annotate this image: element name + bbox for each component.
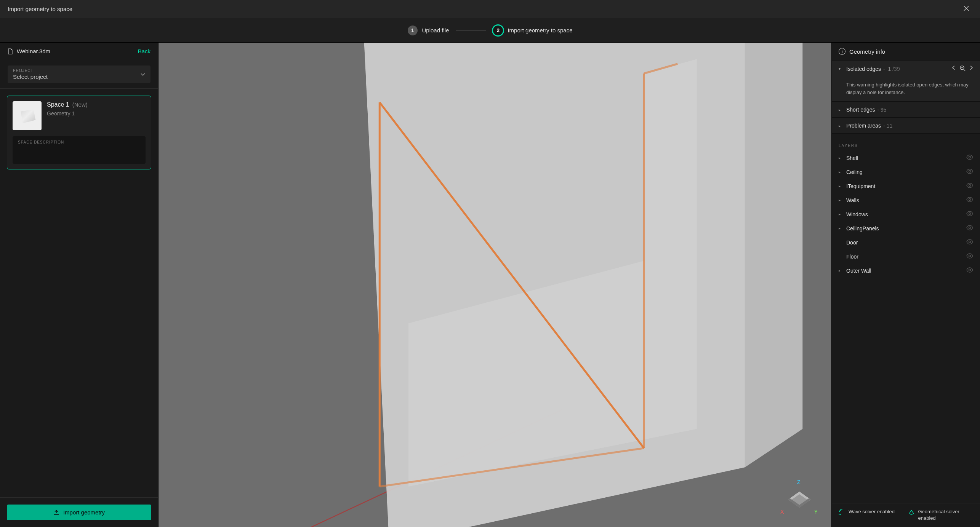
space-name: Space 1 [47, 101, 69, 108]
project-label: PROJECT [13, 69, 48, 73]
visibility-toggle-icon[interactable] [966, 155, 973, 161]
layer-name: Outer Wall [846, 268, 871, 274]
step-import: 2 Import geometry to space [493, 26, 572, 35]
layer-name: Floor [846, 254, 858, 260]
upload-icon [53, 509, 59, 516]
layer-row[interactable]: ▸CeilingPanels [832, 221, 980, 235]
layer-name: Windows [846, 211, 868, 217]
right-panel: i Geometry info ▾Isolated edges - 1 /39T… [831, 43, 980, 527]
svg-point-20 [969, 255, 971, 257]
svg-point-19 [969, 241, 971, 243]
step-label-2: Import geometry to space [508, 27, 572, 34]
visibility-toggle-icon[interactable] [966, 197, 973, 203]
nav-prev-icon[interactable] [952, 65, 956, 72]
zoom-out-icon[interactable] [959, 65, 966, 72]
svg-point-16 [969, 199, 971, 201]
layer-name: Shelf [846, 155, 858, 161]
step-upload: 1 Upload file [408, 26, 449, 35]
project-select[interactable]: PROJECT Select project [8, 65, 151, 83]
geometry-icon [908, 509, 914, 517]
wave-icon [839, 509, 845, 517]
close-button[interactable] [960, 3, 972, 15]
layer-row[interactable]: ▸Outer Wall [832, 264, 980, 278]
warning-row-short[interactable]: ▸Short edges - 95 [832, 102, 980, 118]
space-subtitle: Geometry 1 [47, 110, 88, 117]
file-icon [8, 48, 13, 54]
layer-row[interactable]: ▸Ceiling [832, 165, 980, 179]
layer-row[interactable]: ▸ITequipment [832, 179, 980, 193]
visibility-toggle-icon[interactable] [966, 239, 973, 246]
wave-solver-status: Wave solver enabled [839, 509, 904, 522]
caret-icon: ▸ [839, 108, 844, 112]
caret-right-icon: ▸ [839, 226, 844, 230]
space-description-input[interactable]: SPACE DESCRIPTION [13, 136, 146, 164]
viewport-3d[interactable]: Z X Y [159, 43, 831, 527]
space-tag: (New) [72, 101, 88, 108]
caret-right-icon: ▸ [839, 198, 844, 202]
svg-point-17 [969, 213, 971, 215]
svg-marker-2 [745, 43, 802, 467]
close-icon [963, 5, 969, 11]
caret-icon: ▸ [839, 124, 844, 128]
import-geometry-button[interactable]: Import geometry [7, 505, 151, 520]
modal-header: Import geometry to space [0, 0, 980, 18]
layer-row[interactable]: ▸Floor [832, 249, 980, 264]
layer-row[interactable]: ▸Shelf [832, 151, 980, 165]
step-number-2: 2 [493, 26, 503, 35]
svg-point-15 [969, 185, 971, 187]
stepper: 1 Upload file 2 Import geometry to space [0, 18, 980, 43]
visibility-toggle-icon[interactable] [966, 267, 973, 274]
caret-right-icon: ▸ [839, 212, 844, 216]
visibility-toggle-icon[interactable] [966, 169, 973, 175]
space-card[interactable]: Space 1 (New) Geometry 1 SPACE DESCRIPTI… [7, 96, 151, 169]
modal-title: Import geometry to space [8, 6, 72, 12]
layer-row[interactable]: ▸Walls [832, 193, 980, 207]
space-thumbnail [13, 101, 42, 130]
filename: Webinar.3dm [8, 48, 50, 54]
layer-name: Walls [846, 197, 859, 203]
layer-name: Door [846, 240, 858, 246]
warning-row-iso[interactable]: ▾Isolated edges - 1 /39 [832, 60, 980, 77]
geometry-info-header: i Geometry info [832, 43, 980, 60]
visibility-toggle-icon[interactable] [966, 211, 973, 217]
back-link[interactable]: Back [138, 48, 151, 54]
svg-point-21 [969, 269, 971, 271]
warning-description: This warning highlights isolated open ed… [832, 77, 980, 102]
project-value: Select project [13, 73, 48, 80]
warning-row-prob[interactable]: ▸Problem areas - 11 [832, 118, 980, 134]
svg-point-13 [969, 157, 971, 158]
layer-name: Ceiling [846, 169, 863, 175]
geometrical-solver-status: Geometrical solver enabled [908, 509, 974, 522]
visibility-toggle-icon[interactable] [966, 253, 973, 260]
visibility-toggle-icon[interactable] [966, 183, 973, 189]
chevron-down-icon [141, 71, 145, 77]
layers-label: LAYERS [832, 137, 980, 151]
svg-point-14 [969, 171, 971, 172]
nav-next-icon[interactable] [969, 65, 973, 72]
step-number-1: 1 [408, 26, 418, 35]
step-label-1: Upload file [422, 27, 449, 34]
layer-row[interactable]: ▸Windows [832, 207, 980, 221]
layer-row[interactable]: ▸Door [832, 235, 980, 249]
space-description-label: SPACE DESCRIPTION [18, 140, 140, 144]
caret-right-icon: ▸ [839, 170, 844, 174]
caret-right-icon: ▸ [839, 268, 844, 273]
svg-line-12 [964, 69, 965, 71]
visibility-toggle-icon[interactable] [966, 225, 973, 232]
layer-name: ITequipment [846, 183, 875, 189]
left-panel: Webinar.3dm Back PROJECT Select project [0, 43, 159, 527]
layer-name: CeilingPanels [846, 225, 879, 232]
caret-right-icon: ▸ [839, 156, 844, 160]
info-icon: i [839, 48, 845, 55]
step-connector [456, 30, 486, 30]
caret-icon: ▾ [839, 67, 844, 71]
caret-right-icon: ▸ [839, 184, 844, 188]
svg-point-18 [969, 227, 971, 229]
